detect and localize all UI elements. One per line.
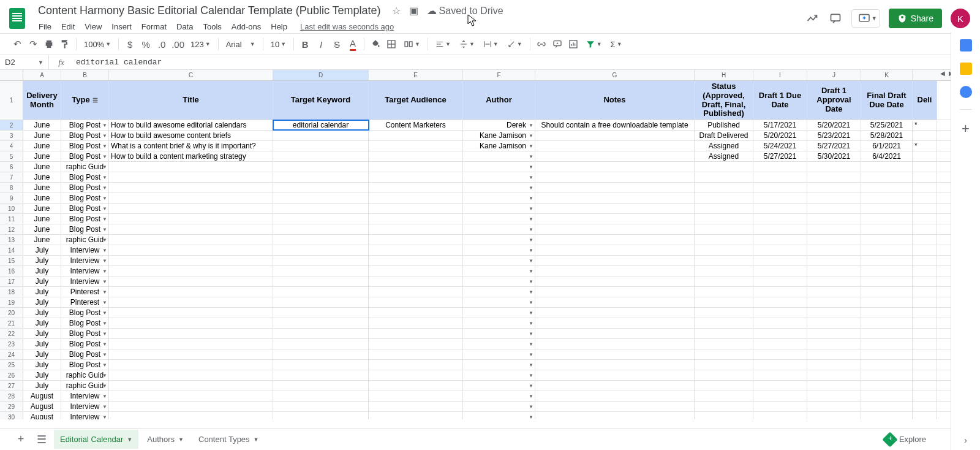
cell[interactable] (535, 391, 695, 401)
cell[interactable] (109, 256, 273, 265)
activity-icon[interactable] (805, 11, 820, 26)
cell[interactable]: Blog Post▼ (61, 214, 109, 224)
wrap-button[interactable]: ▼ (480, 40, 502, 48)
cell[interactable] (753, 329, 807, 338)
cell[interactable] (695, 381, 753, 391)
cell[interactable] (695, 360, 753, 370)
cell[interactable]: June (23, 162, 61, 172)
menu-data[interactable]: Data (172, 20, 197, 34)
dropdown-icon[interactable]: ▼ (102, 373, 107, 378)
cell[interactable] (861, 235, 913, 245)
cell[interactable]: ▼ (463, 245, 535, 255)
dropdown-icon[interactable]: ▼ (529, 341, 533, 347)
cell[interactable] (109, 193, 273, 203)
cell[interactable]: ▼ (463, 329, 535, 338)
cell[interactable] (753, 339, 807, 349)
explore-button[interactable]: Explore (878, 430, 932, 449)
cell[interactable] (913, 287, 937, 297)
row-header[interactable]: 30 (0, 412, 23, 419)
cell[interactable]: How to build awesome content briefs (109, 131, 273, 140)
cell[interactable] (273, 131, 369, 140)
dropdown-icon[interactable]: ▼ (529, 133, 533, 139)
cell[interactable]: July (23, 381, 61, 391)
dropdown-icon[interactable]: ▼ (102, 310, 107, 316)
row-header[interactable]: 9 (0, 193, 23, 203)
dropdown-icon[interactable]: ▼ (102, 414, 107, 420)
cell[interactable]: July (23, 308, 61, 318)
cell[interactable] (807, 329, 861, 338)
cell[interactable] (753, 276, 807, 286)
cell[interactable] (369, 256, 463, 265)
cell[interactable] (535, 308, 695, 318)
cell[interactable] (535, 287, 695, 297)
cell[interactable] (369, 235, 463, 245)
cell[interactable] (913, 245, 937, 255)
cell[interactable] (695, 276, 753, 286)
row-header[interactable]: 23 (0, 339, 23, 349)
cell[interactable]: July (23, 297, 61, 307)
cell[interactable]: July (23, 287, 61, 297)
cell[interactable]: raphic Guid▼ (61, 370, 109, 380)
cell[interactable]: raphic Guid▼ (61, 235, 109, 245)
dropdown-icon[interactable]: ▼ (529, 227, 533, 232)
cell[interactable]: Blog Post▼ (61, 360, 109, 370)
star-icon[interactable]: ☆ (392, 5, 401, 17)
dropdown-icon[interactable]: ▼ (529, 383, 533, 389)
cell[interactable] (861, 183, 913, 193)
cell[interactable]: 5/28/2021 (861, 131, 913, 140)
cell[interactable]: Interview▼ (61, 266, 109, 276)
cell[interactable] (273, 235, 369, 245)
cell[interactable]: July (23, 329, 61, 338)
cell[interactable]: June (23, 193, 61, 203)
cell[interactable] (273, 402, 369, 411)
cell[interactable] (695, 349, 753, 359)
cell[interactable]: 5/24/2021 (753, 141, 807, 151)
row-header[interactable]: 19 (0, 297, 23, 307)
cell[interactable] (753, 412, 807, 419)
cell[interactable] (913, 204, 937, 213)
borders-button[interactable] (384, 37, 399, 51)
present-button[interactable]: ▼ (851, 9, 880, 28)
cell[interactable] (369, 349, 463, 359)
cell[interactable] (369, 276, 463, 286)
cell[interactable] (695, 339, 753, 349)
cell[interactable]: ▼ (463, 276, 535, 286)
cell[interactable]: What is a content brief & why is it impo… (109, 141, 273, 151)
cell[interactable] (369, 151, 463, 161)
cell[interactable] (109, 266, 273, 276)
cell[interactable] (913, 266, 937, 276)
cell[interactable] (861, 329, 913, 338)
cell[interactable] (861, 256, 913, 265)
cell[interactable]: ▼ (463, 193, 535, 203)
col-header-D[interactable]: D (273, 70, 369, 80)
cell[interactable] (913, 214, 937, 224)
col-header-A[interactable]: A (23, 70, 61, 80)
cell[interactable] (535, 402, 695, 411)
cell[interactable]: Assigned (695, 151, 753, 161)
cell[interactable]: June (23, 131, 61, 140)
dropdown-icon[interactable]: ▼ (529, 289, 533, 295)
cell[interactable] (753, 391, 807, 401)
cell[interactable] (273, 391, 369, 401)
row-header[interactable]: 25 (0, 360, 23, 370)
share-button[interactable]: Share (889, 9, 942, 28)
cell[interactable] (535, 297, 695, 307)
cell[interactable]: 5/20/2021 (807, 120, 861, 130)
row-header[interactable]: 20 (0, 308, 23, 318)
cell[interactable] (913, 402, 937, 411)
cell[interactable]: ▼ (463, 308, 535, 318)
keep-addon-icon[interactable] (960, 63, 972, 75)
cell[interactable]: * (913, 141, 937, 151)
cell[interactable] (861, 214, 913, 224)
italic-button[interactable]: I (314, 37, 328, 51)
cell[interactable]: Interview▼ (61, 391, 109, 401)
cell[interactable] (273, 276, 369, 286)
cell[interactable]: July (23, 370, 61, 380)
cell[interactable]: Blog Post▼ (61, 151, 109, 161)
cell[interactable]: 5/27/2021 (807, 141, 861, 151)
cell[interactable] (273, 245, 369, 255)
redo-button[interactable]: ↷ (26, 37, 40, 51)
cell[interactable] (369, 245, 463, 255)
dropdown-icon[interactable]: ▼ (102, 248, 107, 253)
cell[interactable] (109, 391, 273, 401)
